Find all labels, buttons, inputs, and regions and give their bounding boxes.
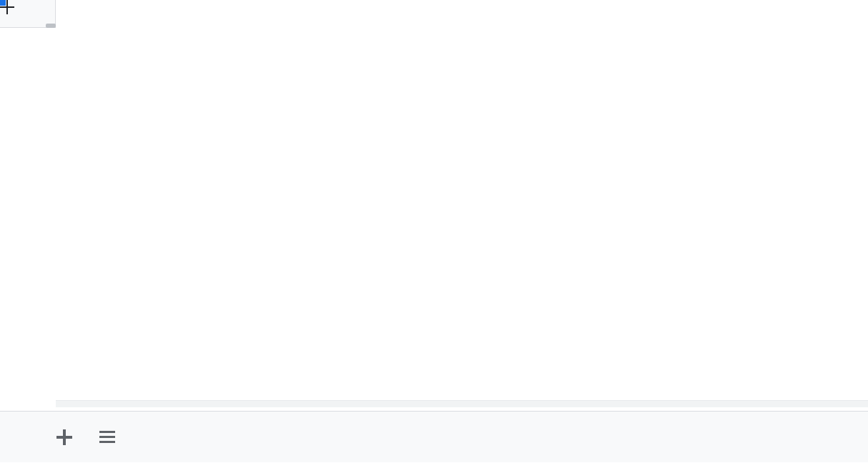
menu-icon (99, 431, 115, 443)
all-sheets-button[interactable] (86, 416, 129, 459)
sheet-tabs-bar (0, 411, 868, 462)
plus-icon (56, 429, 72, 445)
horizontal-scrollbar[interactable] (56, 400, 868, 407)
cursor-icon (0, 0, 14, 14)
add-sheet-button[interactable] (43, 416, 86, 459)
spreadsheet-grid[interactable] (0, 0, 868, 407)
